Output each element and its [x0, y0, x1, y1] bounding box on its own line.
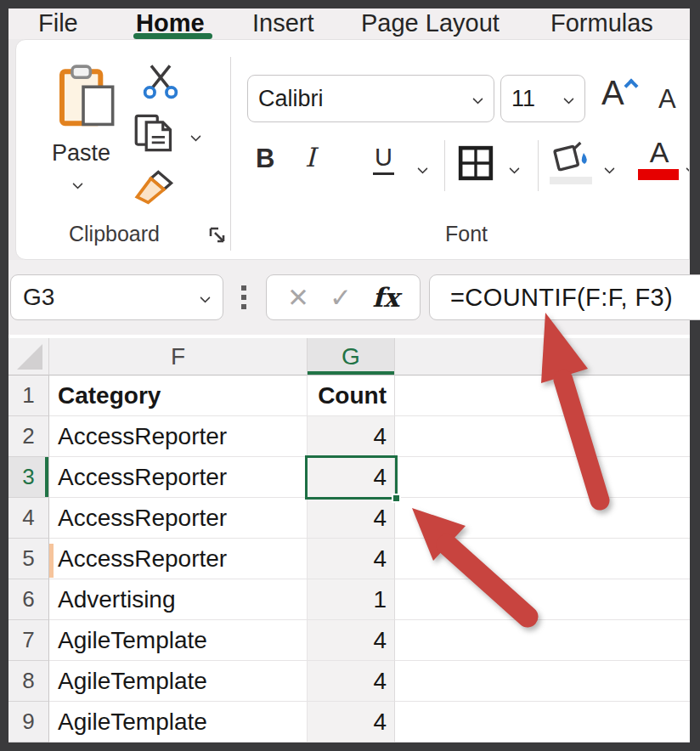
italic-button[interactable]: I — [305, 142, 315, 172]
borders-button[interactable] — [458, 145, 494, 181]
active-tab-indicator — [133, 33, 212, 39]
chevron-down-icon — [563, 93, 574, 104]
cell-count[interactable]: 4 — [308, 661, 395, 702]
row-header[interactable]: 9 — [8, 702, 49, 743]
chevron-down-icon — [472, 93, 483, 104]
underline-button[interactable]: U — [373, 144, 394, 175]
grow-caret-icon — [624, 79, 638, 93]
cell-empty[interactable] — [395, 539, 690, 579]
fill-handle[interactable] — [392, 494, 401, 503]
copy-icon — [133, 113, 176, 154]
button-divider — [444, 140, 445, 191]
cell-accent-marker — [49, 544, 54, 578]
font-color-dropdown-chevron[interactable] — [687, 161, 690, 176]
cell-category[interactable]: AccessReporter — [49, 498, 308, 539]
cancel-icon[interactable]: ✕ — [287, 282, 309, 313]
cell-empty[interactable] — [395, 416, 690, 457]
name-box-value: G3 — [23, 284, 54, 311]
formula-bar-strip: G3 ✕ ✓ fx =COUNTIF(F:F, F3) — [8, 260, 690, 335]
clipboard-group-label: Clipboard — [69, 222, 160, 246]
row-header[interactable]: 4 — [8, 498, 49, 539]
paste-button[interactable] — [56, 65, 121, 127]
fill-color-button[interactable] — [550, 140, 592, 184]
cell-empty[interactable] — [395, 376, 690, 416]
cell-category[interactable]: AccessReporter — [49, 416, 308, 457]
cell-count[interactable]: 4 — [308, 539, 395, 579]
cut-scissors-icon — [142, 64, 179, 99]
grow-font-button[interactable]: A — [601, 74, 635, 112]
borders-grid-icon — [458, 145, 494, 181]
excel-window: File Home Insert Page Layout Formulas Pa… — [0, 0, 700, 751]
column-header-g[interactable]: G — [308, 338, 395, 376]
active-cell-selection — [305, 455, 398, 500]
cell-count[interactable]: 1 — [308, 579, 395, 620]
row-header[interactable]: 7 — [8, 620, 49, 661]
format-painter-button[interactable] — [133, 169, 176, 208]
enter-icon[interactable]: ✓ — [330, 282, 352, 313]
bold-button[interactable]: B — [256, 144, 274, 174]
row-header[interactable]: 1 — [8, 376, 49, 416]
formula-bar-drag-handle[interactable] — [236, 274, 251, 320]
cell-count[interactable]: Count — [308, 376, 395, 416]
cell-category[interactable]: AgileTemplate — [49, 620, 308, 661]
select-all-corner[interactable] — [8, 338, 49, 376]
paste-clipboard-icon — [56, 65, 121, 127]
tab-file[interactable]: File — [38, 8, 78, 39]
cell-empty[interactable] — [395, 661, 690, 702]
select-all-triangle-icon — [17, 344, 42, 370]
table-row: 6Advertising1 — [8, 579, 690, 620]
font-name-combo[interactable]: Calibri — [247, 75, 494, 122]
paste-dropdown-chevron[interactable] — [74, 176, 82, 191]
row-header[interactable]: 8 — [8, 661, 49, 702]
cell-category[interactable]: Category — [49, 376, 308, 416]
borders-dropdown-chevron[interactable] — [511, 161, 518, 176]
cell-category[interactable]: AccessReporter — [49, 457, 308, 498]
font-size-combo[interactable]: 11 — [500, 75, 585, 122]
spreadsheet-grid: F G 1CategoryCount2AccessReporter43Acces… — [8, 335, 690, 743]
cut-button[interactable] — [142, 64, 179, 99]
column-header-f[interactable]: F — [49, 338, 308, 376]
name-box[interactable]: G3 — [10, 274, 223, 320]
insert-function-icon[interactable]: fx — [372, 282, 399, 313]
cell-category[interactable]: AccessReporter — [49, 539, 308, 579]
font-group-label: Font — [445, 222, 488, 246]
cell-count[interactable]: 4 — [308, 416, 395, 457]
font-name-value: Calibri — [258, 86, 324, 112]
cell-category[interactable]: Advertising — [49, 579, 308, 620]
row-header[interactable]: 5 — [8, 539, 49, 579]
table-row: 2AccessReporter4 — [8, 416, 690, 457]
row-header[interactable]: 3 — [8, 457, 49, 498]
paste-button-label[interactable]: Paste — [52, 140, 110, 167]
row-header[interactable]: 2 — [8, 416, 49, 457]
copy-button[interactable] — [133, 113, 176, 154]
cell-empty[interactable] — [395, 457, 690, 498]
tab-page-layout[interactable]: Page Layout — [361, 8, 500, 39]
table-row: 4AccessReporter4 — [8, 498, 690, 539]
underline-dropdown-chevron[interactable] — [419, 161, 426, 176]
cell-count[interactable]: 4 — [308, 702, 395, 743]
cell-count[interactable]: 4 — [308, 498, 395, 539]
format-painter-icon — [133, 169, 176, 208]
cell-empty[interactable] — [395, 579, 690, 620]
ribbon-tab-bar: File Home Insert Page Layout Formulas — [8, 8, 690, 39]
tab-formulas[interactable]: Formulas — [550, 8, 653, 39]
column-header-h[interactable] — [395, 338, 690, 376]
copy-dropdown-chevron[interactable] — [192, 128, 200, 144]
dialog-launcher-icon[interactable] — [208, 226, 227, 245]
table-row: 8AgileTemplate4 — [8, 661, 690, 702]
cell-empty[interactable] — [395, 702, 690, 743]
cell-empty[interactable] — [395, 498, 690, 539]
shrink-font-button[interactable]: A — [658, 84, 676, 115]
tab-insert[interactable]: Insert — [252, 8, 314, 39]
cell-category[interactable]: AgileTemplate — [49, 702, 308, 743]
table-row: 1CategoryCount — [8, 376, 690, 416]
font-color-swatch — [638, 169, 679, 180]
cell-empty[interactable] — [395, 620, 690, 661]
column-header-row: F G — [8, 338, 690, 376]
row-header[interactable]: 6 — [8, 579, 49, 620]
formula-input[interactable]: =COUNTIF(F:F, F3) — [429, 274, 700, 320]
font-color-button[interactable]: A — [638, 136, 680, 180]
cell-count[interactable]: 4 — [308, 620, 395, 661]
fill-color-dropdown-chevron[interactable] — [606, 161, 613, 176]
cell-category[interactable]: AgileTemplate — [49, 661, 308, 702]
